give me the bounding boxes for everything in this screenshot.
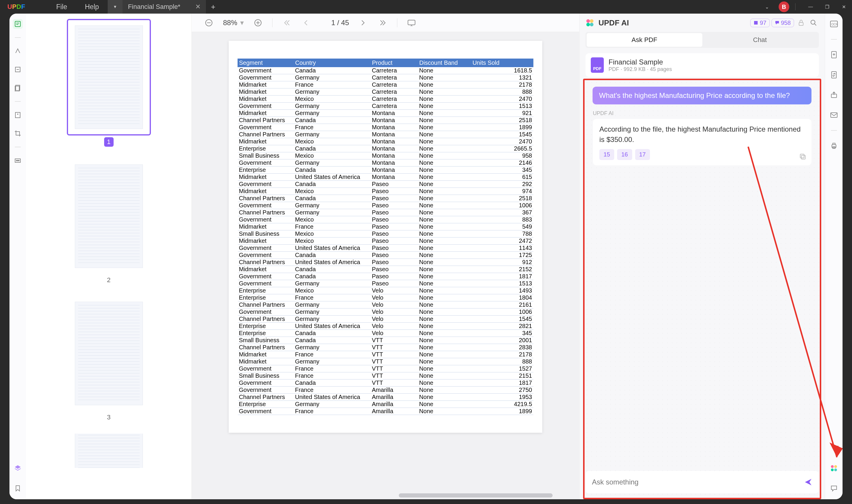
tab-title: Financial Sample* [128, 3, 180, 11]
bookmark-icon[interactable] [13, 483, 23, 493]
svg-rect-6 [15, 112, 20, 118]
financial-table: SegmentCountryProductDiscount BandUnits … [238, 58, 533, 415]
zoom-out-button[interactable] [203, 17, 214, 28]
next-page-button[interactable] [358, 17, 368, 28]
user-question-bubble: What's the highest Manufacturing Price a… [593, 87, 812, 104]
add-tab-button[interactable]: + [206, 2, 221, 12]
updf-ai-logo-icon [585, 18, 594, 27]
zoom-in-button[interactable] [253, 17, 263, 28]
form-tool[interactable] [13, 110, 23, 120]
page-total: 45 [341, 19, 349, 26]
document-tab[interactable]: Financial Sample* ✕ [123, 0, 205, 14]
highlight-tool[interactable] [13, 46, 23, 56]
horizontal-scrollbar[interactable] [399, 493, 552, 498]
separator [15, 147, 21, 147]
prev-page-button[interactable] [301, 17, 311, 28]
chat-area-highlighted: What's the highest Manufacturing Price a… [583, 79, 821, 499]
svg-point-18 [586, 23, 590, 26]
send-button[interactable] [804, 478, 812, 486]
svg-rect-9 [16, 160, 19, 161]
ai-panel-title: UPDF AI [598, 18, 629, 28]
last-page-button[interactable] [378, 17, 388, 28]
share-icon[interactable] [829, 90, 839, 100]
svg-point-7 [17, 113, 18, 115]
thumbnail-1[interactable] [68, 19, 150, 135]
reader-tool[interactable] [13, 19, 23, 29]
page-tool[interactable] [13, 83, 23, 93]
svg-rect-21 [799, 22, 803, 25]
svg-rect-31 [832, 72, 836, 78]
svg-point-22 [811, 20, 815, 24]
svg-rect-15 [408, 20, 415, 25]
svg-point-17 [590, 19, 594, 23]
tab-chat[interactable]: Chat [702, 33, 818, 47]
svg-rect-0 [15, 21, 20, 26]
menu-help[interactable]: Help [76, 3, 108, 11]
print-icon[interactable] [829, 141, 839, 151]
redact-tool[interactable] [13, 156, 23, 166]
app-logo: UPDF [0, 3, 36, 11]
page-ref[interactable]: 17 [635, 149, 650, 160]
first-page-button[interactable] [281, 17, 292, 28]
tab-dropdown[interactable]: ▾ [108, 0, 123, 14]
separator [831, 130, 837, 131]
svg-rect-24 [801, 155, 805, 159]
svg-rect-33 [831, 113, 837, 118]
pdf-badge-icon: PDF [591, 57, 604, 73]
edit-tool[interactable] [13, 65, 23, 74]
ocr-icon[interactable]: OCR [829, 19, 839, 29]
chevron-down-icon[interactable]: ⌄ [759, 0, 775, 14]
comment-icon[interactable] [829, 483, 839, 493]
close-button[interactable]: ✕ [835, 0, 852, 14]
thumbnail-num: 2 [26, 276, 192, 284]
ai-answer-text: According to the file, the highest Manuf… [599, 125, 800, 143]
thumbnail-num: 1 [104, 137, 114, 147]
file-card[interactable]: PDF Financial Sample PDF · 992.9 KB · 45… [585, 53, 819, 77]
layers-icon[interactable] [13, 463, 23, 473]
separator [15, 37, 21, 38]
thumbnail-4[interactable] [68, 433, 150, 468]
menu-file[interactable]: File [47, 3, 76, 11]
messages-badge[interactable]: 958 [772, 19, 794, 27]
tab-ask-pdf[interactable]: Ask PDF [587, 33, 702, 47]
user-avatar[interactable]: B [779, 1, 789, 12]
page-ref[interactable]: 15 [599, 149, 614, 160]
svg-point-19 [590, 23, 594, 26]
file-meta: PDF · 992.9 KB · 45 pages [609, 66, 672, 72]
svg-rect-35 [833, 143, 835, 145]
page-input[interactable] [320, 19, 335, 27]
svg-line-23 [814, 24, 816, 25]
ai-answer-bubble: According to the file, the highest Manuf… [593, 119, 812, 165]
svg-rect-20 [754, 21, 758, 24]
pdf-page: SegmentCountryProductDiscount BandUnits … [229, 41, 542, 433]
zoom-level: 88% [223, 19, 237, 27]
copy-icon[interactable] [800, 154, 806, 160]
present-button[interactable] [406, 17, 417, 28]
thumbnail-num: 3 [26, 414, 192, 421]
export-icon[interactable] [829, 50, 839, 60]
mail-icon[interactable] [829, 110, 839, 120]
file-name: Financial Sample [609, 58, 672, 66]
close-tab-icon[interactable]: ✕ [195, 3, 201, 11]
lock-icon[interactable] [796, 17, 806, 28]
separator [397, 18, 397, 27]
zoom-dropdown-icon[interactable]: ▾ [240, 19, 244, 27]
convert-icon[interactable] [829, 70, 839, 80]
ask-input[interactable] [592, 478, 804, 486]
page-ref[interactable]: 16 [617, 149, 632, 160]
thumbnail-2[interactable] [68, 159, 150, 274]
ai-chat-icon[interactable] [829, 463, 839, 473]
svg-text:OCR: OCR [831, 23, 838, 26]
svg-point-39 [831, 468, 833, 471]
page-sep: / [337, 19, 339, 26]
search-icon[interactable] [808, 17, 819, 28]
svg-point-40 [834, 468, 837, 471]
crop-tool[interactable] [13, 128, 23, 139]
separator [272, 18, 272, 27]
separator [15, 101, 21, 102]
minimize-button[interactable]: — [802, 0, 819, 14]
maximize-button[interactable]: ❐ [819, 0, 835, 14]
svg-rect-25 [800, 154, 804, 158]
thumbnail-3[interactable] [68, 296, 150, 411]
credits-badge[interactable]: 97 [750, 19, 769, 27]
